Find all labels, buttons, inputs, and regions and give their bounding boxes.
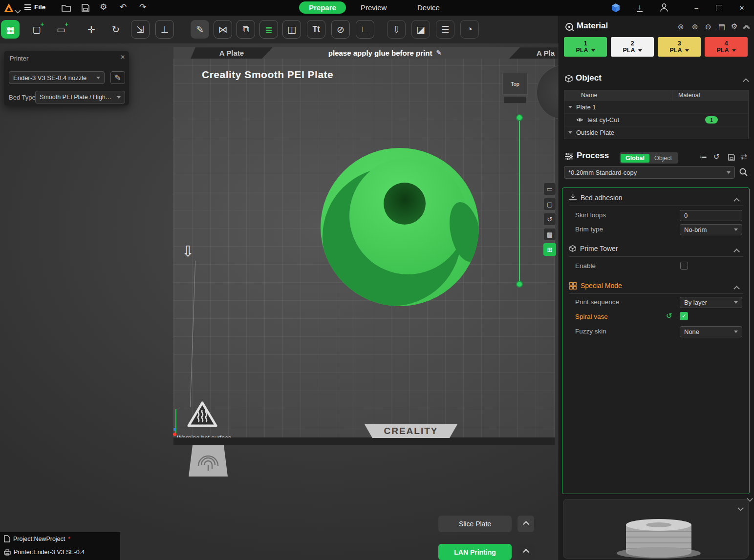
brim-type-select[interactable]: No-brim [680, 224, 742, 235]
close-button[interactable]: ✕ [734, 2, 749, 13]
sidebar-scroll-icon[interactable] [748, 494, 752, 503]
cut-tool[interactable]: ◪ [411, 20, 430, 39]
lay-flat-tool[interactable]: ⊥ [155, 20, 174, 39]
bed-type-select[interactable]: Smooth PEI Plate / High… [35, 91, 125, 104]
param-list-icon[interactable]: ≔ [700, 152, 707, 161]
mirror-tool[interactable]: ⋈ [214, 20, 232, 39]
redo-icon[interactable]: ↷ [139, 2, 146, 12]
section-special-mode[interactable]: Special Mode [569, 282, 622, 290]
app-logo[interactable] [3, 2, 14, 13]
logo-chevron-icon[interactable] [16, 6, 20, 15]
object-row-model[interactable]: test cyl-Cut 1 [564, 113, 748, 126]
view-cube-front-face[interactable] [504, 96, 526, 104]
collapse-object-icon[interactable] [744, 77, 748, 85]
object-row-outside-plate[interactable]: Outside Plate [564, 126, 748, 139]
reset-view-button[interactable]: ↺ [543, 213, 556, 226]
quad-view-button[interactable]: ⊞ [543, 243, 556, 256]
bed-type-label: Bed Type: [9, 94, 37, 101]
section-bed-adhesion[interactable]: Bed adhesion [569, 194, 623, 202]
nav-sphere[interactable] [537, 65, 559, 120]
open-file-icon[interactable] [62, 4, 71, 12]
scale-tool[interactable]: ⇲ [131, 20, 150, 39]
save-icon[interactable] [82, 4, 89, 12]
download-icon[interactable]: ↓ [637, 2, 643, 12]
printer-panel-close-icon[interactable]: ✕ [120, 54, 125, 61]
material-slot-3[interactable]: 3 PLA [658, 37, 701, 57]
rotate-tool[interactable]: ↻ [107, 20, 125, 39]
printer-select[interactable]: Ender-3 V3 SE-0.4 nozzle [9, 71, 105, 84]
visibility-eye-icon[interactable] [576, 117, 583, 123]
material-badge[interactable]: 1 [705, 116, 718, 124]
measure-tool[interactable]: ∟ [356, 20, 374, 39]
scope-global-tab[interactable]: Global [621, 154, 649, 163]
add-plate-tool[interactable]: ▭+ [52, 20, 70, 39]
collapse-prime-tower-icon[interactable] [734, 247, 739, 256]
sync-preset-icon[interactable]: ⇄ [741, 152, 747, 161]
add-material-icon[interactable]: ⊕ [692, 22, 698, 31]
viewport-3d[interactable]: A Plate A Pla please apply glue before p… [0, 43, 559, 560]
load-filament-icon[interactable]: ⊚ [678, 22, 684, 31]
section-prime-tower[interactable]: Prime Tower [569, 245, 618, 252]
print-queue-tool[interactable]: ☰ [436, 20, 454, 39]
tab-device[interactable]: Device [417, 3, 440, 12]
collapse-special-mode-icon[interactable] [734, 284, 739, 293]
collapse-bed-adhesion-icon[interactable] [734, 196, 739, 205]
tab-preview[interactable]: Preview [361, 3, 387, 12]
model-3d[interactable] [308, 137, 494, 322]
add-model-tool[interactable]: ▢+ [27, 20, 46, 39]
collapse-material-icon[interactable] [744, 23, 749, 32]
scale-handle-top[interactable] [516, 114, 523, 121]
plate-overview-button[interactable]: ▤ [543, 228, 556, 241]
collapse-preview-icon[interactable] [738, 503, 743, 512]
drop-to-bed-icon[interactable]: ⇩ [182, 243, 194, 260]
print-sequence-select[interactable]: By layer [680, 297, 742, 308]
view-cube-top-face[interactable]: Top [502, 73, 528, 95]
preset-select[interactable]: *0.20mm Standard-copy [564, 166, 735, 179]
model-library-icon[interactable] [611, 3, 621, 13]
remove-material-icon[interactable]: ⊖ [705, 22, 711, 31]
support-tool[interactable]: ⇩ [387, 20, 406, 39]
undo-icon[interactable]: ↶ [120, 2, 127, 12]
file-menu[interactable]: File [24, 3, 45, 11]
lan-printing-button[interactable]: LAN Printing [438, 544, 512, 560]
scale-handle-bottom[interactable] [516, 281, 523, 288]
material-list-icon[interactable]: ▤ [718, 22, 725, 31]
split-tool[interactable]: ◫ [282, 20, 301, 39]
plate-tab-left[interactable]: A Plate [191, 47, 273, 59]
material-slot-4[interactable]: 4 PLA [705, 37, 748, 57]
user-account-icon[interactable] [660, 3, 668, 12]
move-tool[interactable]: ✛ [82, 20, 101, 39]
prime-tower-enable-checkbox[interactable] [680, 262, 688, 270]
object-row-plate[interactable]: Plate 1 [564, 101, 748, 113]
marquee-select-button[interactable]: ▢ [543, 198, 556, 210]
material-panel-title: Material [577, 21, 608, 31]
tab-prepare[interactable]: Prepare [299, 1, 346, 14]
layer-settings-button[interactable]: ≔ [543, 183, 556, 195]
maximize-button[interactable] [711, 2, 726, 13]
paint-tool[interactable]: ⊘ [331, 20, 350, 39]
search-preset-icon[interactable] [739, 167, 748, 177]
save-preset-icon[interactable] [728, 154, 735, 161]
reset-spiral-icon[interactable]: ↺ [666, 311, 672, 320]
calibration-tool[interactable]: ◔ [460, 20, 479, 39]
text-tool[interactable]: Tt [307, 20, 325, 39]
edit-printer-button[interactable]: ✎ [110, 71, 125, 84]
clone-tool[interactable]: ⧉ [237, 20, 255, 39]
minimize-button[interactable]: – [689, 2, 704, 13]
settings-gear-icon[interactable]: ⚙ [100, 2, 107, 12]
material-slot-2[interactable]: 2 PLA [611, 37, 654, 57]
scope-object-tab[interactable]: Object [649, 154, 677, 163]
material-settings-icon[interactable]: ⚙ [731, 22, 737, 31]
slice-options-button[interactable] [517, 516, 534, 532]
fuzzy-skin-select[interactable]: None [680, 326, 742, 337]
print-options-button[interactable] [517, 544, 534, 560]
edit-notice-icon[interactable]: ✎ [436, 49, 442, 57]
slice-plate-button[interactable]: Slice Plate [438, 516, 512, 532]
plate-view-tool[interactable]: ▦ [1, 20, 20, 39]
material-slot-1[interactable]: 1 PLA [564, 37, 607, 57]
pen-tool[interactable]: ✎ [191, 20, 209, 39]
skirt-loops-input[interactable] [680, 210, 742, 221]
layer-height-tool[interactable]: ≣ [259, 20, 278, 39]
reset-process-icon[interactable]: ↺ [713, 152, 720, 161]
spiral-vase-checkbox[interactable]: ✓ [680, 312, 688, 320]
